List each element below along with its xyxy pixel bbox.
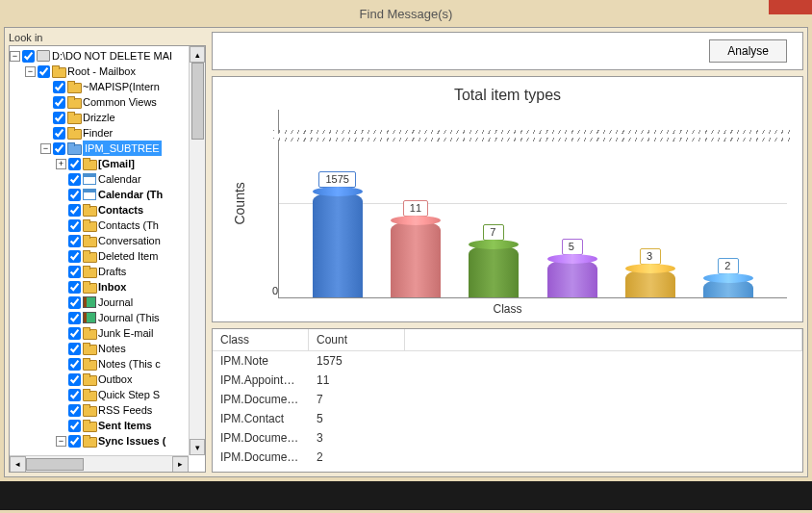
td-class: IPM.Note [213,354,309,368]
td-class: IPM.Document.O... [213,431,309,445]
td-class: IPM.Contact [213,412,309,425]
folder-icon [83,158,96,169]
tree-row[interactable]: Deleted Item [10,248,205,264]
tree-row[interactable]: −Root - Mailbox [10,64,205,79]
journal-icon [83,312,96,323]
tree-row[interactable]: Junk E-mail [10,325,205,341]
analyse-button[interactable]: Analyse [709,39,787,63]
collapse-icon[interactable]: − [10,51,20,62]
table-row[interactable]: IPM.Appointment11 [213,371,802,390]
tree-row[interactable]: RSS Feeds [10,402,205,418]
tree-checkbox[interactable] [68,173,81,186]
tree-checkbox[interactable] [68,420,81,432]
folder-icon [67,81,81,92]
tree-row[interactable]: Contacts (Th [10,218,205,233]
folder-tree[interactable]: −D:\DO NOT DELETE MAI−Root - Mailbox~MAP… [10,46,205,450]
tree-label: Drizzle [83,110,115,125]
tree-checkbox[interactable] [68,266,81,278]
collapse-icon[interactable]: − [25,66,36,77]
tree-checkbox[interactable] [68,343,81,355]
folder-icon [83,204,96,216]
tree-checkbox[interactable] [53,112,65,124]
tree-row[interactable]: Notes [10,341,205,356]
tree-checkbox[interactable] [68,189,81,201]
tree-checkbox[interactable] [68,250,81,263]
table-row[interactable]: IPM.Document.O...2 [213,448,802,467]
scroll-thumb[interactable] [191,63,204,140]
vertical-scrollbar[interactable]: ▴ ▾ [189,46,205,455]
expand-icon[interactable]: + [56,159,66,169]
scroll-thumb-h[interactable] [26,458,84,471]
table-body: IPM.Note1575IPM.Appointment11IPM.Documen… [213,351,802,472]
th-class[interactable]: Class [213,329,309,350]
tree-label: Outbox [98,372,132,387]
th-count[interactable]: Count [309,329,405,350]
tree-row[interactable]: +[Gmail] [10,156,205,171]
tree-checkbox[interactable] [68,373,81,386]
tree-row[interactable]: Conversation [10,233,205,248]
tree-row[interactable]: Journal [10,295,205,310]
tree-row[interactable]: Notes (This c [10,356,205,372]
tree-checkbox[interactable] [38,65,50,78]
table-row[interactable]: IPM.Contact5 [213,409,802,428]
horizontal-scrollbar[interactable]: ◂ ▸ [10,455,189,472]
tree-label: Drafts [98,264,126,279]
td-count: 2 [309,450,405,464]
tree-checkbox[interactable] [68,435,81,448]
tree-row[interactable]: Common Views [10,94,205,110]
tree-row[interactable]: Calendar (Th [10,187,205,202]
tree-checkbox[interactable] [53,96,65,109]
tree-row[interactable]: ~MAPISP(Intern [10,79,205,94]
td-class: IPM.Document.O... [213,450,309,464]
tree-label: Common Views [83,94,157,110]
scroll-down-arrow[interactable]: ▾ [190,439,205,455]
tree-checkbox[interactable] [68,281,81,294]
scroll-up-arrow[interactable]: ▴ [190,46,205,63]
tree-checkbox[interactable] [68,312,81,324]
tree-row[interactable]: Journal (This [10,310,205,325]
table-row[interactable]: IPM.Note1575 [213,351,802,371]
tree-row[interactable]: Outbox [10,372,205,387]
tree-row[interactable]: Drafts [10,264,205,279]
tree-checkbox[interactable] [22,50,35,63]
folder-icon [83,373,96,385]
tree-checkbox[interactable] [68,327,81,340]
calendar-icon [83,189,96,200]
folder-icon [83,281,96,293]
scroll-left-arrow[interactable]: ◂ [10,456,26,473]
tree-checkbox[interactable] [68,235,81,247]
tree-label: Sync Issues ( [98,433,165,449]
collapse-icon[interactable]: − [56,436,66,447]
tree-checkbox[interactable] [68,404,81,417]
tree-row[interactable]: Finder [10,125,205,141]
table-row[interactable]: IPM.Document.T...7 [213,390,802,409]
chart-plot: 1575117532 [278,110,787,298]
tree-checkbox[interactable] [68,204,81,217]
scroll-right-arrow[interactable]: ▸ [172,456,189,473]
tree-row[interactable]: Inbox [10,279,205,295]
tree-row[interactable]: Calendar [10,171,205,187]
tree-row[interactable]: Contacts [10,202,205,218]
tree-row[interactable]: −D:\DO NOT DELETE MAI [10,48,205,64]
tree-checkbox[interactable] [53,81,65,93]
tree-checkbox[interactable] [68,219,81,232]
tree-row[interactable]: −IPM_SUBTREE [10,141,205,156]
collapse-icon[interactable]: − [40,143,51,154]
tree-checkbox[interactable] [68,358,81,371]
tree-row[interactable]: Quick Step S [10,387,205,402]
table-row[interactable]: IPM.Document.O...3 [213,428,802,448]
tree-row[interactable]: −Sync Issues ( [10,433,205,449]
tree-checkbox[interactable] [68,158,81,170]
tree-checkbox[interactable] [68,296,81,309]
calendar-icon [83,173,96,185]
tree-checkbox[interactable] [53,142,65,155]
tree-row[interactable]: Drizzle [10,110,205,125]
close-button[interactable] [769,0,812,14]
tree-checkbox[interactable] [68,389,81,401]
td-class: IPM.Appointment [213,373,309,387]
tree-checkbox[interactable] [53,127,65,140]
tree-label: Contacts (Th [98,218,159,233]
folder-icon [83,389,96,400]
bar-value-label: 7 [483,224,504,241]
tree-row[interactable]: Sent Items [10,418,205,433]
